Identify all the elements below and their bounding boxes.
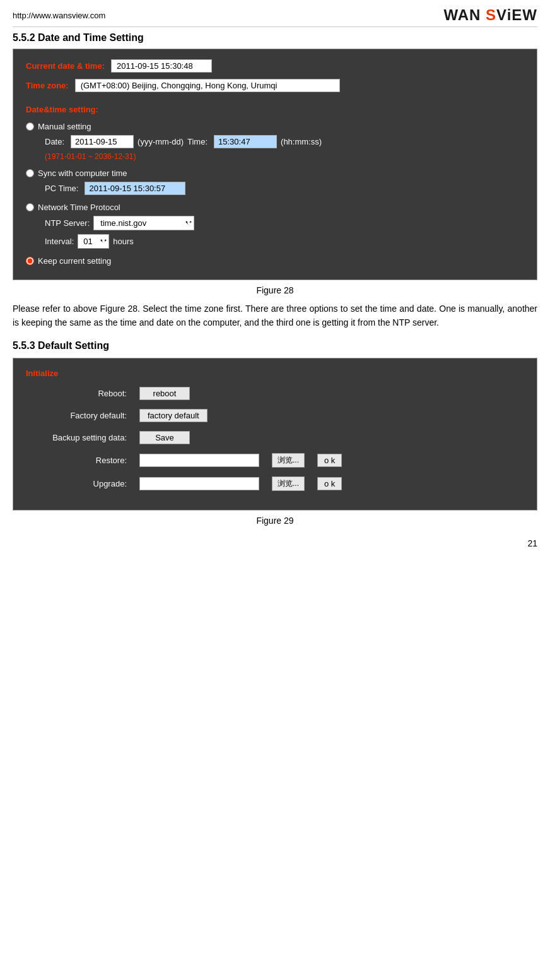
current-datetime-value: 2011-09-15 15:30:48 bbox=[111, 59, 212, 73]
manual-radio[interactable] bbox=[26, 122, 34, 131]
figure29-caption: Figure 29 bbox=[13, 516, 537, 526]
ntp-radio-label: Network Time Protocol bbox=[38, 203, 120, 212]
manual-radio-label: Manual setting bbox=[38, 122, 91, 131]
reboot-row: Reboot: reboot bbox=[26, 387, 524, 400]
figure28-caption: Figure 28 bbox=[13, 285, 537, 295]
logo: WAN SViEW bbox=[443, 6, 537, 24]
timezone-row: Time zone: (GMT+08:00) Beijing, Chongqin… bbox=[26, 79, 524, 92]
date-range-hint: (1971-01-01 ~ 2036-12-31) bbox=[45, 152, 524, 161]
restore-ok-button[interactable]: o k bbox=[317, 454, 342, 467]
datetime-setting-label: Date&time setting: bbox=[26, 105, 524, 114]
upgrade-row: Upgrade: 浏览... o k bbox=[26, 476, 524, 491]
section-52-title: 5.5.2 Date and Time Setting bbox=[13, 32, 537, 44]
ntp-server-row: NTP Server: time.nist.gov bbox=[45, 216, 524, 230]
backup-row: Backup setting data: Save bbox=[26, 431, 524, 444]
sync-radio-row: Sync with computer time bbox=[26, 168, 524, 178]
backup-label: Backup setting data: bbox=[26, 433, 127, 442]
current-datetime-label: Current date & time: bbox=[26, 61, 105, 71]
interval-wrapper[interactable]: 01 bbox=[78, 234, 109, 249]
date-format: (yyy-mm-dd) bbox=[138, 137, 184, 146]
pc-time-row: PC Time: bbox=[45, 182, 524, 195]
timezone-select[interactable]: (GMT+08:00) Beijing, Chongqing, Hong Kon… bbox=[75, 79, 340, 92]
ntp-server-label: NTP Server: bbox=[45, 218, 90, 228]
ntp-radio[interactable] bbox=[26, 203, 34, 211]
interval-select[interactable]: 01 bbox=[78, 234, 109, 249]
factory-default-row: Factory default: factory default bbox=[26, 409, 524, 422]
restore-input[interactable] bbox=[139, 454, 259, 467]
upgrade-browse-button[interactable]: 浏览... bbox=[272, 476, 305, 491]
upgrade-input[interactable] bbox=[139, 477, 259, 490]
manual-setting-group: Manual setting Date: (yyy-mm-dd) Time: (… bbox=[26, 122, 524, 161]
time-input[interactable] bbox=[214, 135, 277, 148]
keep-radio-row: Keep current setting bbox=[26, 256, 524, 266]
upgrade-label: Upgrade: bbox=[26, 479, 127, 488]
header-url: http://www.wansview.com bbox=[13, 11, 105, 20]
reboot-label: Reboot: bbox=[26, 389, 127, 398]
manual-radio-row: Manual setting bbox=[26, 122, 524, 131]
timezone-label: Time zone: bbox=[26, 81, 69, 90]
ntp-server-select[interactable]: time.nist.gov bbox=[93, 216, 194, 230]
ntp-server-wrapper[interactable]: time.nist.gov bbox=[93, 216, 194, 230]
default-panel: Initialize Reboot: reboot Factory defaul… bbox=[13, 358, 537, 511]
date-input[interactable] bbox=[71, 135, 134, 148]
reboot-button[interactable]: reboot bbox=[139, 387, 190, 400]
restore-browse-button[interactable]: 浏览... bbox=[272, 453, 305, 468]
factory-default-label: Factory default: bbox=[26, 411, 127, 420]
ntp-radio-row: Network Time Protocol bbox=[26, 203, 524, 212]
header: http://www.wansview.com WAN SViEW bbox=[13, 6, 537, 27]
hours-label: hours bbox=[113, 237, 134, 246]
upgrade-ok-button[interactable]: o k bbox=[317, 477, 342, 490]
current-datetime-row: Current date & time: 2011-09-15 15:30:48 bbox=[26, 59, 524, 73]
page-number: 21 bbox=[13, 538, 537, 548]
time-format: (hh:mm:ss) bbox=[281, 137, 322, 146]
section-53-title: 5.5.3 Default Setting bbox=[13, 340, 537, 351]
datetime-panel: Current date & time: 2011-09-15 15:30:48… bbox=[13, 49, 537, 280]
manual-date-row: Date: (yyy-mm-dd) Time: (hh:mm:ss) bbox=[45, 135, 524, 148]
restore-label: Restore: bbox=[26, 456, 127, 465]
initialize-label: Initialize bbox=[26, 369, 524, 378]
body-text-52: Please refer to above Figure 28. Select … bbox=[13, 302, 537, 330]
interval-label: Interval: bbox=[45, 237, 74, 246]
pc-time-label: PC Time: bbox=[45, 184, 78, 193]
ntp-group: Network Time Protocol NTP Server: time.n… bbox=[26, 203, 524, 249]
restore-row: Restore: 浏览... o k bbox=[26, 453, 524, 468]
sync-radio-label: Sync with computer time bbox=[38, 168, 127, 178]
interval-row: Interval: 01 hours bbox=[45, 234, 524, 249]
sync-group: Sync with computer time PC Time: bbox=[26, 168, 524, 195]
date-label: Date: bbox=[45, 137, 64, 146]
backup-save-button[interactable]: Save bbox=[139, 431, 190, 444]
timezone-wrapper[interactable]: (GMT+08:00) Beijing, Chongqing, Hong Kon… bbox=[75, 79, 340, 92]
pc-time-input[interactable] bbox=[85, 182, 185, 195]
time-label: Time: bbox=[187, 137, 208, 146]
sync-radio[interactable] bbox=[26, 169, 34, 177]
factory-default-button[interactable]: factory default bbox=[139, 409, 208, 422]
keep-radio[interactable] bbox=[26, 257, 34, 265]
keep-radio-label: Keep current setting bbox=[38, 256, 111, 266]
